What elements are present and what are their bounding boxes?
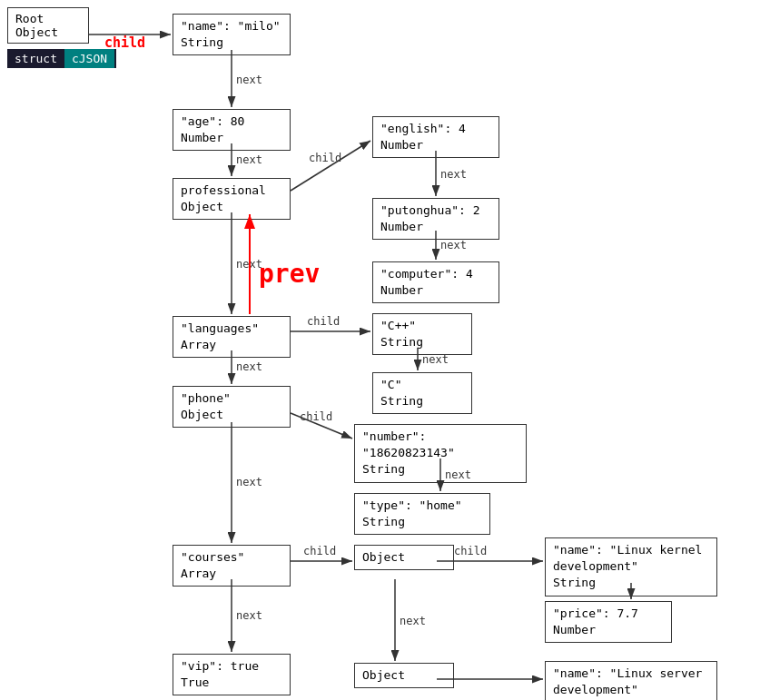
root-type: Object: [15, 25, 81, 39]
node-putonghua-line2: Number: [380, 219, 491, 235]
node-linux-kernel: "name": "Linux kernel development" Strin…: [545, 537, 717, 596]
svg-line-5: [291, 141, 370, 191]
next-label-1: next: [236, 74, 262, 86]
svg-line-13: [291, 413, 352, 439]
node-type-home-line2: String: [362, 514, 482, 530]
node-type-home-line1: "type": "home": [362, 498, 482, 514]
node-object2: Object: [354, 663, 454, 688]
node-price-line1: "price": 7.7: [553, 606, 664, 622]
next-label-phone: next: [236, 476, 262, 488]
node-phone-number-line2: String: [362, 461, 518, 478]
node-c: "C" String: [372, 372, 472, 414]
node-phone-number-line1: "number": "18620823143": [362, 429, 518, 461]
node-age-line2: Number: [181, 130, 282, 146]
node-phone-number: "number": "18620823143" String: [354, 424, 527, 483]
child-label-prof: child: [309, 152, 341, 164]
node-vip-line2: True: [181, 675, 282, 691]
node-computer-line1: "computer": 4: [380, 266, 491, 282]
node-cpp: "C++" String: [372, 313, 472, 355]
node-cpp-line1: "C++": [380, 318, 464, 334]
node-computer: "computer": 4 Number: [372, 261, 499, 303]
node-age-line1: "age": 80: [181, 113, 282, 130]
node-courses: "courses" Array: [173, 545, 291, 587]
node-type-home: "type": "home" String: [354, 493, 490, 535]
node-c-line1: "C": [380, 377, 464, 393]
node-linux-kernel-line2: development": [553, 558, 709, 575]
child-label-obj1: child: [454, 545, 487, 557]
node-object1-line1: Object: [362, 549, 446, 566]
node-linux-server-line2: development": [553, 682, 709, 698]
node-computer-line2: Number: [380, 282, 491, 299]
node-price: "price": 7.7 Number: [545, 601, 672, 643]
next-label-lang: next: [236, 360, 262, 373]
node-professional: professional Object: [173, 178, 291, 220]
child-label-lang: child: [307, 315, 340, 328]
cjson-label: cJSON: [64, 49, 114, 68]
node-languages-line2: Array: [181, 337, 282, 353]
node-linux-kernel-line1: "name": "Linux kernel: [553, 542, 709, 558]
node-english-line1: "english": 4: [380, 121, 491, 137]
child-label-courses: child: [303, 545, 336, 557]
node-english-line2: Number: [380, 137, 491, 153]
next-label-eng: next: [440, 168, 467, 181]
node-object2-line1: Object: [362, 667, 446, 684]
next-label-put: next: [440, 239, 467, 251]
node-object1: Object: [354, 545, 454, 570]
child-label-phone: child: [300, 410, 332, 423]
node-price-line2: Number: [553, 622, 664, 638]
node-putonghua: "putonghua": 2 Number: [372, 198, 499, 240]
node-courses-line1: "courses": [181, 549, 282, 566]
prev-label: prev: [259, 259, 320, 289]
node-phone-line2: Object: [181, 407, 282, 423]
node-c-line2: String: [380, 393, 464, 409]
node-age: "age": 80 Number: [173, 109, 291, 151]
struct-label: struct: [7, 49, 64, 68]
node-courses-line2: Array: [181, 566, 282, 582]
root-box: Root Object: [7, 7, 89, 44]
struct-bar: struct cJSON: [7, 49, 116, 68]
node-linux-server-line1: "name": "Linux server: [553, 665, 709, 682]
node-name-milo: "name": "milo" String: [173, 14, 291, 55]
node-linux-kernel-line3: String: [553, 575, 709, 591]
next-label-obj1: next: [400, 615, 426, 627]
node-vip: "vip": true True: [173, 654, 291, 695]
node-cpp-line2: String: [380, 334, 464, 350]
root-panel: Root Object struct cJSON: [7, 7, 116, 68]
root-label: Root: [15, 12, 81, 25]
node-linux-server: "name": "Linux server development" Strin…: [545, 661, 717, 700]
node-professional-line2: Object: [181, 199, 282, 215]
next-label-2: next: [236, 153, 262, 166]
node-professional-line1: professional: [181, 182, 282, 199]
node-phone-line1: "phone": [181, 390, 282, 407]
node-languages-line1: "languages": [181, 320, 282, 337]
node-languages: "languages" Array: [173, 316, 291, 358]
next-label-courses: next: [236, 609, 262, 622]
node-name-milo-line1: "name": "milo": [181, 18, 282, 35]
node-phone: "phone" Object: [173, 386, 291, 428]
child-label-top: child: [104, 35, 145, 51]
node-name-milo-line2: String: [181, 35, 282, 51]
node-vip-line1: "vip": true: [181, 658, 282, 675]
node-english: "english": 4 Number: [372, 116, 499, 158]
node-putonghua-line1: "putonghua": 2: [380, 202, 491, 219]
